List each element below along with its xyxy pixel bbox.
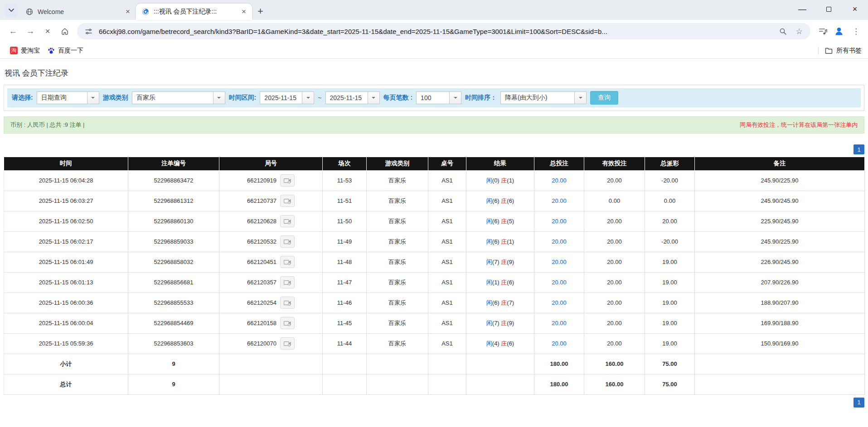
profile-avatar[interactable]: [833, 25, 845, 37]
video-replay-button[interactable]: [280, 235, 295, 248]
bet-id-cell: 522968861312: [128, 191, 219, 211]
subtotal-count: 9: [128, 354, 219, 374]
table-number-cell: AS1: [428, 191, 466, 211]
per-page-dropdown[interactable]: 100: [416, 91, 461, 104]
chevron-down-icon[interactable]: [302, 92, 314, 104]
back-button[interactable]: ←: [5, 24, 21, 39]
video-replay-button[interactable]: [280, 337, 295, 350]
chevron-down-icon[interactable]: [368, 92, 379, 104]
stop-loading-button[interactable]: ×: [40, 24, 55, 39]
tab-welcome[interactable]: Welcome ×: [20, 4, 136, 20]
query-type-dropdown[interactable]: 日期查询: [37, 91, 99, 104]
page-number-button[interactable]: 1: [853, 398, 864, 408]
tab-strip: Welcome × :::视讯 会员下注纪录::: × + — ×: [0, 0, 868, 20]
table-row: 2025-11-15 06:02:17 522968859033 6621205…: [4, 231, 865, 252]
table-row: 2025-11-15 06:02:50 522968860130 6621206…: [4, 211, 865, 231]
video-replay-button[interactable]: [280, 195, 295, 207]
video-replay-button[interactable]: [280, 215, 295, 227]
time-cell: 2025-11-15 06:02:17: [4, 231, 128, 252]
url-text[interactable]: 66cxkj98.com/game/betrecord_search/kind3…: [99, 28, 772, 35]
session-cell: 11-50: [323, 211, 367, 231]
total-bet-cell: 20.00: [534, 293, 584, 313]
subtotal-total-bet: 180.00: [534, 354, 584, 374]
valid-bet-cell: 20.00: [584, 211, 645, 231]
video-replay-button[interactable]: [280, 297, 295, 309]
table-number-cell: AS1: [428, 252, 466, 272]
chevron-down-icon[interactable]: [574, 92, 586, 104]
tab-search-button[interactable]: [5, 4, 18, 17]
col-result: 结果: [466, 157, 534, 170]
video-replay-button[interactable]: [280, 256, 295, 268]
all-bookmarks[interactable]: 所有书签: [818, 47, 862, 55]
round-id-cell: 662120737: [219, 191, 323, 211]
chevron-down-icon[interactable]: [87, 92, 99, 104]
chevron-down-icon: [9, 9, 14, 12]
total-bet-link[interactable]: 20.00: [552, 299, 567, 306]
payout-cell: 20.00: [645, 211, 695, 231]
col-bet-id: 注单编号: [128, 157, 219, 170]
bookmark-star-icon[interactable]: ☆: [793, 25, 805, 37]
total-total-bet: 180.00: [534, 374, 584, 394]
tab-bet-records[interactable]: :::视讯 会员下注纪录::: ×: [136, 4, 252, 20]
total-bet-link[interactable]: 20.00: [552, 197, 567, 204]
date-start-picker[interactable]: 2025-11-15: [260, 91, 314, 104]
bet-id-cell: 522968863472: [128, 170, 219, 191]
round-id-cell: 662120070: [219, 333, 323, 354]
chevron-down-icon[interactable]: [213, 92, 225, 104]
total-bet-link[interactable]: 20.00: [552, 279, 567, 286]
bookmark-baidu[interactable]: 百度一下: [44, 45, 87, 57]
maximize-button[interactable]: [815, 0, 842, 18]
time-cell: 2025-11-15 06:03:27: [4, 191, 128, 211]
time-cell: 2025-11-15 06:01:13: [4, 272, 128, 293]
subtotal-row: 小计 9 180.00 160.00 75.00: [4, 354, 865, 374]
total-bet-cell: 20.00: [534, 333, 584, 354]
table-row: 2025-11-15 06:00:04 522968854469 6621201…: [4, 313, 865, 333]
video-camera-icon: [284, 218, 291, 225]
browser-menu-icon[interactable]: ⋮: [849, 27, 863, 36]
total-bet-link[interactable]: 20.00: [552, 340, 567, 347]
total-bet-link[interactable]: 20.00: [552, 177, 567, 184]
round-id-cell: 662120158: [219, 313, 323, 333]
home-button[interactable]: [57, 24, 73, 39]
address-bar[interactable]: 66cxkj98.com/game/betrecord_search/kind3…: [77, 23, 810, 39]
bookmark-taobao[interactable]: 淘 爱淘宝: [6, 45, 44, 57]
table-number-cell: AS1: [428, 293, 466, 313]
date-end-picker[interactable]: 2025-11-15: [325, 91, 380, 104]
total-bet-link[interactable]: 20.00: [552, 238, 567, 245]
select-type-label: 请选择:: [12, 94, 33, 102]
video-camera-icon: [284, 178, 291, 184]
search-button[interactable]: 查询: [590, 91, 618, 105]
video-replay-button[interactable]: [280, 317, 295, 329]
video-replay-button[interactable]: [280, 174, 295, 187]
zoom-icon[interactable]: [777, 25, 789, 37]
chevron-down-icon[interactable]: [449, 92, 461, 104]
tab-close-icon[interactable]: ×: [124, 7, 131, 16]
notice-text: 同局有效投注，统一计算在该局第一张注单内: [740, 121, 858, 129]
remark-cell: 245.90/225.90: [695, 170, 865, 191]
forward-button[interactable]: →: [23, 24, 38, 39]
total-bet-link[interactable]: 20.00: [552, 320, 567, 326]
total-bet-cell: 20.00: [534, 313, 584, 333]
total-bet-link[interactable]: 20.00: [552, 218, 567, 225]
total-bet-link[interactable]: 20.00: [552, 259, 567, 265]
minimize-button[interactable]: —: [789, 0, 815, 18]
new-tab-button[interactable]: +: [252, 5, 269, 20]
window-controls: — ×: [789, 0, 868, 18]
remark-cell: 207.90/226.90: [695, 272, 865, 293]
tab-close-icon[interactable]: ×: [240, 7, 247, 16]
total-bet-cell: 20.00: [534, 170, 584, 191]
session-cell: 11-46: [323, 293, 367, 313]
site-settings-icon[interactable]: [82, 25, 94, 37]
page-number-button[interactable]: 1: [853, 144, 864, 154]
time-sort-dropdown[interactable]: 降幕(由大到小): [500, 91, 587, 104]
round-id-cell: 662120254: [219, 293, 323, 313]
taobao-icon: 淘: [10, 47, 18, 54]
result-cell: 闲(6) 庄(5): [466, 211, 534, 231]
video-replay-button[interactable]: [280, 276, 295, 288]
media-controls-icon[interactable]: [817, 25, 829, 37]
valid-bet-cell: 0.00: [584, 191, 645, 211]
result-cell: 闲(1) 庄(6): [466, 272, 534, 293]
close-window-button[interactable]: ×: [842, 0, 868, 18]
video-camera-icon: [284, 259, 291, 265]
game-category-dropdown[interactable]: 百家乐: [132, 91, 225, 104]
